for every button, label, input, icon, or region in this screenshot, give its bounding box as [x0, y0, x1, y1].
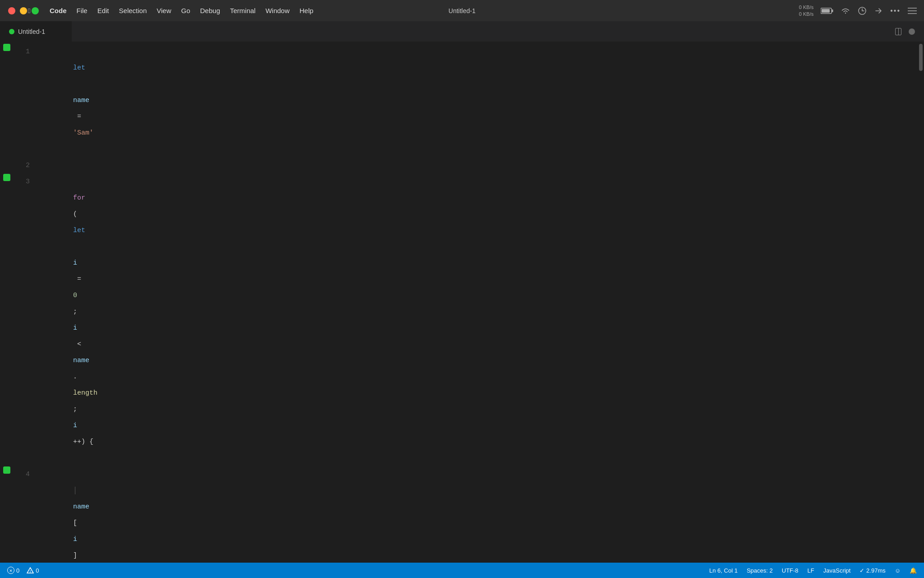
token-name4: name	[73, 503, 89, 511]
token-var-name: name	[73, 97, 89, 104]
titlebar:  Code File Edit Selection View Go Debug…	[0, 0, 924, 21]
tab-actions	[895, 21, 924, 42]
indent-spaces[interactable]: Spaces: 2	[747, 567, 773, 574]
token-space-1	[73, 80, 77, 88]
network-stats: 0 KB/s 0 KB/s	[799, 4, 813, 17]
tab-breakpoint-indicator	[9, 29, 14, 34]
window-title: Untitled-1	[448, 7, 476, 14]
token-dot: .	[73, 373, 77, 381]
menu-file[interactable]: File	[72, 5, 92, 16]
menu-help[interactable]: Help	[295, 5, 318, 16]
line-content-3[interactable]: for ( let i = 0 ; i < name . length ; i …	[41, 174, 97, 466]
svg-rect-1	[832, 9, 833, 12]
error-number: 0	[16, 567, 19, 574]
menu-window[interactable]: Window	[261, 5, 294, 16]
token-semi2: ;	[73, 406, 81, 413]
warning-count[interactable]: ! 0	[27, 567, 39, 574]
menu-selection[interactable]: Selection	[115, 5, 152, 16]
statusbar-left: ✕ 0 ! 0	[0, 567, 39, 574]
statusbar-right: Ln 6, Col 1 Spaces: 2 UTF-8 LF JavaScrip…	[709, 567, 924, 574]
token-length: length	[73, 389, 97, 397]
code-editor[interactable]: 1 let name = 'Sam' 2 3 for ( l	[0, 42, 924, 563]
token-let-3: let	[73, 227, 85, 234]
token-zero: 0	[73, 292, 77, 299]
code-line-3: 3 for ( let i = 0 ; i < name . length ; …	[0, 174, 924, 466]
more-icon[interactable]: •••	[890, 7, 901, 15]
token-sp3a	[73, 243, 77, 251]
error-count[interactable]: ✕ 0	[7, 567, 19, 574]
clock-icon	[858, 6, 867, 15]
breakpoint-1[interactable]	[0, 44, 14, 51]
list-icon	[908, 7, 917, 14]
code-line-2: 2	[0, 158, 924, 174]
svg-rect-2	[822, 9, 830, 13]
encoding[interactable]: UTF-8	[782, 567, 799, 574]
token-eq: =	[73, 113, 85, 121]
editor-tab[interactable]: Untitled-1	[0, 21, 72, 42]
breakpoint-4[interactable]	[0, 466, 14, 474]
breakpoint-3[interactable]	[0, 174, 14, 181]
statusbar: ✕ 0 ! 0 Ln 6, Col 1 Spaces: 2 UTF-8 LF J…	[0, 563, 924, 578]
tabbar: Untitled-1	[0, 21, 924, 42]
arrow-icon	[874, 6, 883, 15]
maximize-button[interactable]	[32, 7, 39, 14]
token-lt: <	[73, 340, 85, 348]
wifi-icon	[841, 7, 850, 14]
line-content-4[interactable]: │ name [ i ] // ? S , a , m	[41, 466, 93, 578]
line-ending[interactable]: LF	[808, 567, 814, 574]
scrollbar-thumb[interactable]	[919, 44, 923, 71]
emoji-icon[interactable]: ☺	[895, 567, 901, 574]
token-indent-guide: │	[73, 487, 81, 494]
token-paren-open: (	[73, 210, 77, 218]
cursor-position[interactable]: Ln 6, Col 1	[709, 567, 738, 574]
apple-icon: 	[28, 7, 30, 14]
svg-text:!: !	[30, 569, 31, 573]
line-num-2: 2	[14, 158, 41, 174]
menu-view[interactable]: View	[152, 5, 176, 16]
token-var-name2: name	[73, 357, 89, 364]
language-mode[interactable]: JavaScript	[823, 567, 851, 574]
menu-go[interactable]: Go	[177, 5, 195, 16]
menu-bar: Code File Edit Selection View Go Debug T…	[45, 5, 318, 16]
scrollbar-track[interactable]	[918, 42, 924, 563]
line-content-1[interactable]: let name = 'Sam'	[41, 44, 93, 158]
error-icon: ✕	[7, 567, 14, 574]
token-var-i3: i	[73, 422, 77, 429]
battery-icon	[821, 7, 833, 14]
traffic-lights	[0, 7, 39, 14]
token-str-sam: 'Sam'	[73, 129, 93, 137]
split-editor-icon[interactable]	[895, 28, 901, 35]
line-num-3: 3	[14, 174, 41, 190]
dot-icon[interactable]	[909, 28, 915, 35]
network-up: 0 KB/s	[799, 4, 813, 10]
network-down: 0 KB/s	[799, 11, 813, 17]
menu-debug[interactable]: Debug	[196, 5, 225, 16]
warning-number: 0	[36, 567, 39, 574]
close-button[interactable]	[8, 7, 15, 14]
tab-label: Untitled-1	[18, 28, 45, 35]
token-var-i2: i	[73, 324, 77, 332]
menu-edit[interactable]: Edit	[93, 5, 114, 16]
token-var-i-3: i	[73, 259, 77, 267]
token-incr: ++) {	[73, 438, 93, 446]
warning-triangle-icon: !	[27, 567, 34, 573]
titlebar-right-icons: 0 KB/s 0 KB/s •••	[799, 4, 917, 17]
token-sp3b: =	[73, 275, 85, 283]
token-for: for	[73, 194, 85, 202]
code-line-1: 1 let name = 'Sam'	[0, 44, 924, 158]
menu-code[interactable]: Code	[45, 5, 71, 16]
minimize-button[interactable]	[20, 7, 27, 14]
editor-area: 1 let name = 'Sam' 2 3 for ( l	[0, 42, 924, 563]
token-let-1: let	[73, 64, 85, 72]
token-bracket-close: ]	[73, 552, 81, 559]
menu-terminal[interactable]: Terminal	[226, 5, 260, 16]
token-bracket-open: [	[73, 519, 77, 527]
token-i4: i	[73, 536, 77, 543]
bell-icon[interactable]: 🔔	[910, 567, 917, 574]
line-num-4: 4	[14, 466, 41, 483]
performance[interactable]: ✓ 2.97ms	[859, 567, 885, 574]
token-semi1: ;	[73, 308, 81, 316]
code-line-4: 4 │ name [ i ] // ? S , a , m	[0, 466, 924, 578]
line-num-1: 1	[14, 44, 41, 60]
